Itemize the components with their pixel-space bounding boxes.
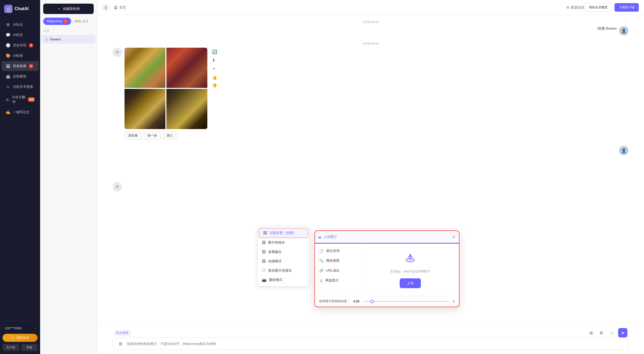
message-time-1: 今天00:06:31 bbox=[113, 20, 628, 24]
sidebar-item-ai-paint[interactable]: 🎨 AI绘画 bbox=[2, 51, 39, 61]
dropdown-item-img-to-cmd[interactable]: 🖼 图片转指令 bbox=[258, 238, 309, 247]
midjourney-badge: 1 bbox=[63, 19, 68, 23]
dropdown-item-label: 以图生图（垫图） bbox=[269, 231, 296, 235]
history-item-flowers[interactable]: ◎ flowers bbox=[42, 35, 95, 44]
sidebar-item-history-paint[interactable]: 🖼 历史绘画 1 bbox=[2, 61, 39, 71]
cloud-upload-icon: ☁ bbox=[318, 235, 321, 239]
service-button[interactable]: 客服 bbox=[21, 344, 38, 351]
collapse-button[interactable]: ❮ bbox=[102, 4, 109, 11]
dropdown-item-label: 真实图片动漫化 bbox=[268, 268, 292, 273]
download-icon[interactable]: ⬇ bbox=[212, 58, 217, 63]
image-cell-2 bbox=[166, 48, 207, 88]
sidebar-item-google-scholar[interactable]: G 谷歌学术搜索 bbox=[2, 82, 39, 92]
vip-label: 我的会员 bbox=[17, 336, 29, 340]
send-button[interactable]: ➤ bbox=[618, 328, 627, 337]
history-item-label: flowers bbox=[50, 37, 61, 41]
similarity-value: 0.25 bbox=[353, 300, 359, 303]
multi-blend-icon: 🖼 bbox=[262, 250, 266, 254]
upload-sidebar-url[interactable]: 🔗 URL地址 bbox=[315, 266, 361, 275]
breadcrumb: 🏠 首页 bbox=[114, 5, 566, 10]
upload-modal: ✕ ☁ 上传图片 🕐 最近使用 🔍 网络搜图 bbox=[314, 230, 459, 307]
dropdown-item-anime-mode[interactable]: 🖼 动漫模式 bbox=[258, 257, 309, 266]
upload-sidebar-cloud[interactable]: 🖨 网盘图片 bbox=[315, 275, 361, 285]
sidebar-item-ai-paper[interactable]: ✍ 一键写论文 bbox=[2, 107, 39, 117]
anime-icon: 🖼 bbox=[262, 259, 266, 263]
sidebar-item-ai-translate[interactable]: A AI全文翻译 HOT bbox=[2, 92, 39, 107]
upload-sidebar-recent[interactable]: 🕐 最近使用 bbox=[315, 246, 361, 256]
upload-sidebar-network[interactable]: 🔍 网络搜图 bbox=[315, 256, 361, 266]
dropdown-item-photo-anime[interactable]: 🛡 真实图片动漫化 bbox=[258, 266, 309, 275]
vip-button[interactable]: 👑 我的会员 bbox=[3, 334, 38, 342]
upload-sidebar-label: 最近使用 bbox=[326, 249, 340, 253]
upload-button[interactable]: 上传 bbox=[400, 278, 421, 288]
sidebar-item-label: AI绘画 bbox=[13, 53, 23, 58]
upload-tab-upload[interactable]: ☁ 上传图片 bbox=[315, 231, 459, 244]
member-quota-button[interactable]: 我的会员额度 bbox=[584, 3, 612, 12]
config-info-button[interactable]: ⚙ 配置信息 bbox=[566, 5, 584, 10]
slider-thumb[interactable] bbox=[370, 300, 374, 303]
grid-icon-btn[interactable]: ⊞ bbox=[587, 329, 595, 337]
settings-icon-btn[interactable]: ⚙ bbox=[597, 329, 605, 337]
refresh-icon[interactable]: 🔄 bbox=[212, 49, 217, 54]
third-image-button[interactable]: 第三 bbox=[163, 132, 177, 140]
similarity-slider[interactable] bbox=[363, 301, 450, 302]
user-phone: 139****9696 bbox=[5, 327, 21, 330]
chat-input[interactable] bbox=[127, 342, 625, 346]
client-button[interactable]: 客户端 bbox=[3, 344, 19, 351]
sidebar-nav: ⊞ AI玩法 💬 AI对话 🕐 历史对话 2 🎨 AI绘画 🖼 历史绘画 1 🤖… bbox=[0, 18, 40, 321]
sidebar-item-custom-model[interactable]: 🤖 定制模型 bbox=[2, 72, 39, 81]
hot-badge: HOT bbox=[28, 97, 34, 102]
image-grid bbox=[125, 48, 207, 129]
image-buttons-row: 四宫格 第一张 第三 bbox=[125, 132, 628, 140]
create-new-painting-button[interactable]: ＋ 创建新绘画 bbox=[43, 4, 94, 14]
dropdown-item-multi-blend[interactable]: 🖼 多图融合 bbox=[258, 247, 309, 257]
thumbdown-icon[interactable]: 👎 bbox=[212, 83, 217, 88]
pen-icon: ✍ bbox=[6, 110, 10, 115]
input-area: 绘点创意 ⊞ ⚙ ☆ ➤ ⊞ bbox=[97, 323, 644, 354]
home-icon: 🏠 bbox=[114, 5, 118, 9]
similarity-max: 2 bbox=[453, 300, 455, 303]
share-icon[interactable]: ↗ bbox=[212, 66, 217, 71]
star-icon-btn[interactable]: ☆ bbox=[608, 329, 616, 337]
bot-message-row-2 bbox=[113, 182, 628, 192]
sidebar-item-ai-chat[interactable]: 💬 AI对话 bbox=[2, 30, 39, 40]
tab-midjourney[interactable]: Midjourney 1 bbox=[43, 18, 71, 25]
top-bar: ❮ 🏠 首页 ⚙ 配置信息 我的会员额度 下载客户端 bbox=[97, 0, 644, 15]
sidebar-item-history-chat[interactable]: 🕐 历史对话 2 bbox=[2, 40, 39, 50]
image-action-icons: 🔄 ⬇ ↗ 👍 👎 bbox=[209, 48, 220, 90]
plus-icon: ＋ bbox=[57, 6, 61, 11]
tab-dalle3[interactable]: DALL·E 3 bbox=[71, 18, 92, 25]
message-group-3: 👤 bbox=[113, 146, 628, 155]
four-grid-button[interactable]: 四宫格 bbox=[125, 132, 142, 140]
user-info[interactable]: 139****9696 › bbox=[3, 324, 38, 332]
app-name: ChatAI bbox=[14, 6, 29, 11]
chevron-right-icon: › bbox=[34, 327, 35, 330]
chat-area[interactable]: 今天00:06:31 👤 /绘图 flowers 今天00:06:31 bbox=[97, 15, 644, 323]
dropdown-item-img-to-img[interactable]: 🖼 以图生图（垫图） bbox=[259, 228, 308, 238]
tab-dalle3-label: DALL·E 3 bbox=[75, 19, 88, 23]
user-avatar-2: 👤 bbox=[619, 146, 628, 155]
download-client-button[interactable]: 下载客户端 bbox=[614, 3, 639, 12]
user-message-row-1: 👤 /绘图 flowers bbox=[113, 26, 628, 36]
frame-icon: 🖼 bbox=[6, 64, 10, 68]
bottom-buttons: 客户端 客服 bbox=[3, 344, 38, 351]
sidebar-item-label: 谷歌学术搜索 bbox=[13, 84, 33, 89]
message-group-2: 今天00:06:31 🔄 ⬇ bbox=[113, 42, 628, 140]
compass-icon: ◎ bbox=[45, 37, 48, 41]
breadcrumb-home: 首页 bbox=[119, 5, 126, 10]
input-bottom-row: 绘点创意 ⊞ ⚙ ☆ ➤ bbox=[113, 328, 628, 337]
history-icon: 🕐 bbox=[6, 43, 10, 48]
sidebar-item-ai-play[interactable]: ⊞ AI玩法 bbox=[2, 20, 39, 30]
paint-creativity-label[interactable]: 绘点创意 bbox=[114, 330, 131, 336]
dropdown-item-photo-mode[interactable]: 📷 摄影模式 bbox=[258, 275, 309, 285]
app-logo: 🤖 ChatAI bbox=[0, 0, 40, 18]
thumbup-icon[interactable]: 👍 bbox=[212, 75, 217, 80]
image-input-icon[interactable]: ⊞ bbox=[116, 340, 124, 348]
upload-drop-zone[interactable]: 支持jpg、png不超过5MB图片 上传 bbox=[362, 244, 459, 296]
dropdown-item-label: 摄影模式 bbox=[269, 278, 282, 282]
modal-close-button[interactable]: ✕ bbox=[452, 235, 455, 239]
first-image-button[interactable]: 第一张 bbox=[144, 132, 161, 140]
image-cell-1 bbox=[125, 48, 165, 88]
cloud-icon bbox=[404, 251, 417, 267]
config-info-label: 配置信息 bbox=[571, 5, 584, 10]
